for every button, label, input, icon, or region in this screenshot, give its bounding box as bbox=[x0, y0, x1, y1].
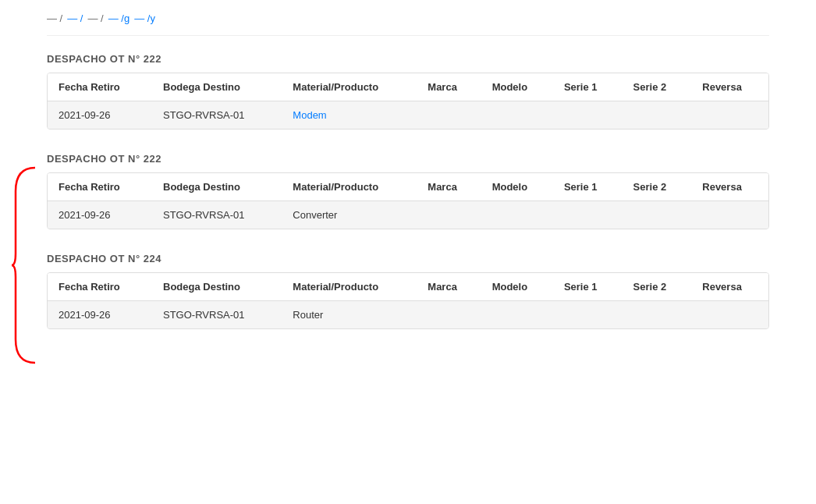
cell-material: Converter bbox=[282, 201, 417, 229]
col-header-fecha-retiro: Fecha Retiro bbox=[48, 273, 152, 301]
cell-bodega: STGO-RVRSA-01 bbox=[152, 101, 282, 130]
col-header-bodega-destino: Bodega Destino bbox=[152, 73, 282, 101]
cell-material[interactable]: Modem bbox=[282, 101, 417, 130]
table-row: 2021-09-26STGO-RVRSA-01Converter bbox=[48, 201, 768, 229]
col-header-modelo: Modelo bbox=[481, 273, 553, 301]
col-header-fecha-retiro: Fecha Retiro bbox=[48, 173, 152, 201]
col-header-serie-1: Serie 1 bbox=[553, 173, 623, 201]
table-header-row: Fecha RetiroBodega DestinoMaterial/Produ… bbox=[48, 73, 768, 101]
section-section2: DESPACHO OT N° 222Fecha RetiroBodega Des… bbox=[47, 144, 769, 229]
table-section2: Fecha RetiroBodega DestinoMaterial/Produ… bbox=[48, 173, 768, 229]
table-container-section3: Fecha RetiroBodega DestinoMaterial/Produ… bbox=[47, 272, 769, 329]
col-header-material-producto: Material/Producto bbox=[282, 73, 417, 101]
section-title-section2: DESPACHO OT N° 222 bbox=[47, 144, 769, 172]
cell-reversa bbox=[691, 201, 768, 229]
table-section1: Fecha RetiroBodega DestinoMaterial/Produ… bbox=[48, 73, 768, 129]
cell-serie1 bbox=[553, 301, 623, 329]
cell-serie2 bbox=[623, 301, 692, 329]
nav-item-link-2[interactable]: — /g bbox=[108, 12, 129, 24]
col-header-marca: Marca bbox=[417, 73, 481, 101]
sections-container: DESPACHO OT N° 222Fecha RetiroBodega Des… bbox=[47, 44, 769, 329]
col-header-marca: Marca bbox=[417, 173, 481, 201]
col-header-reversa: Reversa bbox=[691, 273, 768, 301]
cell-fecha: 2021-09-26 bbox=[48, 201, 152, 229]
cell-marca bbox=[417, 201, 481, 229]
nav-item-2: — / bbox=[87, 12, 103, 24]
table-container-section1: Fecha RetiroBodega DestinoMaterial/Produ… bbox=[47, 73, 769, 130]
table-header-row: Fecha RetiroBodega DestinoMaterial/Produ… bbox=[48, 273, 768, 301]
table-section3: Fecha RetiroBodega DestinoMaterial/Produ… bbox=[48, 273, 768, 328]
col-header-material-producto: Material/Producto bbox=[282, 273, 417, 301]
col-header-modelo: Modelo bbox=[481, 73, 553, 101]
annotation-brace bbox=[8, 160, 43, 371]
cell-material: Router bbox=[282, 301, 417, 329]
cell-serie1 bbox=[553, 101, 623, 130]
section-section3: DESPACHO OT N° 224Fecha RetiroBodega Des… bbox=[47, 243, 769, 329]
cell-modelo bbox=[481, 201, 553, 229]
cell-serie1 bbox=[553, 201, 623, 229]
col-header-modelo: Modelo bbox=[481, 173, 553, 201]
cell-bodega: STGO-RVRSA-01 bbox=[152, 201, 282, 229]
col-header-serie-2: Serie 2 bbox=[623, 273, 692, 301]
col-header-serie-1: Serie 1 bbox=[553, 73, 623, 101]
nav-item-1: — / bbox=[47, 12, 62, 24]
col-header-marca: Marca bbox=[417, 273, 481, 301]
cell-serie2 bbox=[623, 201, 692, 229]
col-header-material-producto: Material/Producto bbox=[282, 173, 417, 201]
table-row: 2021-09-26STGO-RVRSA-01Router bbox=[48, 301, 768, 329]
breadcrumb: — / — / — / — /g — /y bbox=[47, 8, 769, 36]
col-header-reversa: Reversa bbox=[691, 73, 768, 101]
table-container-section2: Fecha RetiroBodega DestinoMaterial/Produ… bbox=[47, 172, 769, 229]
col-header-bodega-destino: Bodega Destino bbox=[152, 173, 282, 201]
nav-item-link-3[interactable]: — /y bbox=[134, 12, 155, 24]
cell-fecha: 2021-09-26 bbox=[48, 101, 152, 130]
col-header-fecha-retiro: Fecha Retiro bbox=[48, 73, 152, 101]
cell-reversa bbox=[691, 101, 768, 130]
section-section1: DESPACHO OT N° 222Fecha RetiroBodega Des… bbox=[47, 44, 769, 130]
cell-marca bbox=[417, 301, 481, 329]
cell-modelo bbox=[481, 301, 553, 329]
table-header-row: Fecha RetiroBodega DestinoMaterial/Produ… bbox=[48, 173, 768, 201]
nav-item-link-1[interactable]: — / bbox=[67, 12, 83, 24]
col-header-serie-2: Serie 2 bbox=[623, 173, 692, 201]
cell-bodega: STGO-RVRSA-01 bbox=[152, 301, 282, 329]
col-header-serie-1: Serie 1 bbox=[553, 273, 623, 301]
cell-marca bbox=[417, 101, 481, 130]
cell-modelo bbox=[481, 101, 553, 130]
cell-reversa bbox=[691, 301, 768, 329]
page-wrapper: — / — / — / — /g — /y DESPACHO OT N° 222… bbox=[0, 0, 816, 359]
col-header-serie-2: Serie 2 bbox=[623, 73, 692, 101]
section-title-section1: DESPACHO OT N° 222 bbox=[47, 44, 769, 73]
col-header-reversa: Reversa bbox=[691, 173, 768, 201]
cell-fecha: 2021-09-26 bbox=[48, 301, 152, 329]
table-row: 2021-09-26STGO-RVRSA-01Modem bbox=[48, 101, 768, 130]
section-title-section3: DESPACHO OT N° 224 bbox=[47, 243, 769, 272]
col-header-bodega-destino: Bodega Destino bbox=[152, 273, 282, 301]
cell-serie2 bbox=[623, 101, 692, 130]
